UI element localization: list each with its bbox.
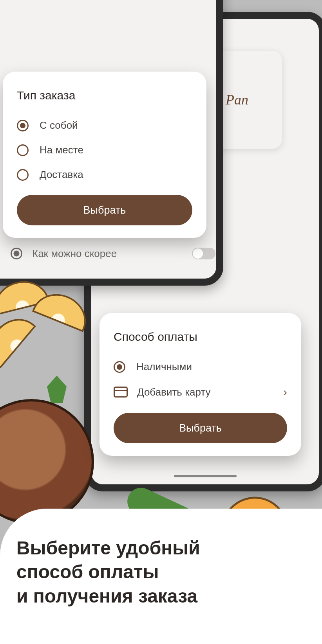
option-label: Наличными [136,361,192,373]
option-here[interactable]: На месте [17,138,192,162]
toggle-asap[interactable] [192,248,215,259]
clock-icon [9,246,24,261]
upsell-card-title: Pan [226,92,248,108]
dialog-title: Тип заказа [17,89,192,102]
option-label: Добавить карту [137,386,211,398]
option-label: На месте [40,144,83,156]
chevron-right-icon: › [283,385,287,399]
food-illustration [0,278,90,513]
radio-icon[interactable] [114,361,125,373]
option-label: Доставка [40,169,83,181]
promo-banner: Выберите удобный способ оплаты и получен… [0,509,322,644]
option-label: С собой [40,119,78,131]
dialog-title: Способ оплаты [114,330,287,344]
select-button[interactable]: Выбрать [114,413,287,443]
option-delivery[interactable]: Доставка [17,162,192,187]
radio-icon[interactable] [17,120,29,131]
card-icon [114,387,128,398]
select-button[interactable]: Выбрать [17,195,192,225]
radio-icon[interactable] [17,144,29,156]
svg-point-1 [14,251,19,256]
asap-row[interactable]: Как можно скорее [9,246,215,261]
radio-icon[interactable] [17,169,29,181]
option-cash[interactable]: Наличными [114,354,287,379]
option-add-card[interactable]: Добавить карту › [114,379,287,405]
order-type-dialog: Тип заказа С собой На месте Доставка Выб… [3,72,206,238]
option-with-you[interactable]: С собой [17,113,192,138]
home-indicator [174,475,237,477]
payment-dialog: Способ оплаты Наличными Добавить карту ›… [99,313,301,456]
promo-headline: Выберите удобный способ оплаты и получен… [16,536,306,608]
